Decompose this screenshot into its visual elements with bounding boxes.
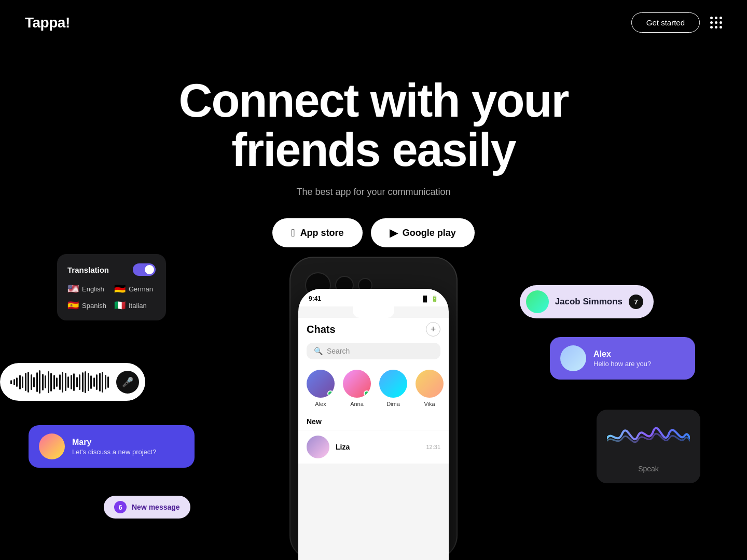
translation-title: Translation — [67, 265, 109, 274]
story-name-alex: Alex — [315, 401, 326, 407]
search-container: 🔍 Search — [298, 343, 449, 366]
wave-bar — [27, 372, 29, 393]
jacob-name: Jacob Simmons — [555, 297, 622, 307]
wave-bar — [45, 375, 46, 388]
alex-message-card[interactable]: Alex Hello how are you? — [550, 337, 695, 380]
wave-bar — [65, 373, 66, 391]
wave-bar — [13, 379, 15, 385]
phone-screen: 9:41 ▐▌ 🔋 Chats + 🔍 Search — [298, 289, 449, 560]
mary-name: Mary — [72, 438, 156, 447]
alex-name: Alex — [593, 349, 651, 359]
wave-bar — [31, 374, 32, 390]
story-item-alex[interactable]: Alex — [307, 370, 335, 407]
new-message-label: New message — [132, 503, 180, 511]
jacob-simmons-card[interactable]: Jacob Simmons 7 — [520, 285, 654, 318]
grid-dot — [715, 17, 717, 19]
story-name-vika: Vika — [424, 401, 435, 407]
wave-bar — [33, 377, 35, 387]
voice-waveform-card: 🎤 — [0, 363, 145, 401]
lang-spanish: 🇪🇸 Spanish — [67, 300, 109, 311]
translation-header: Translation — [67, 263, 156, 276]
mary-message-card[interactable]: Mary Let's discuss a new project? — [29, 425, 195, 468]
translation-toggle[interactable] — [133, 263, 156, 276]
online-indicator — [364, 390, 370, 397]
speak-waveform — [607, 420, 690, 456]
status-time: 9:41 — [309, 295, 321, 302]
wave-bar — [71, 375, 72, 389]
wave-bar — [88, 373, 89, 391]
microphone-icon: 🎤 — [122, 376, 133, 388]
wave-bar — [16, 377, 18, 387]
wave-bar — [19, 375, 21, 389]
logo: Tappa! — [25, 15, 70, 31]
wave-bar — [50, 373, 52, 391]
app-store-button[interactable]:  App store — [272, 218, 362, 247]
wave-bar — [62, 372, 63, 393]
grid-dot — [710, 26, 713, 29]
new-message-badge[interactable]: 6 New message — [104, 496, 190, 519]
toggle-thumb — [145, 265, 154, 274]
chats-header: Chats + — [298, 318, 449, 343]
wave-bar — [82, 372, 84, 392]
alex-message-content: Alex Hello how are you? — [593, 349, 651, 368]
story-avatar-alex — [307, 370, 335, 398]
wave-bar — [85, 371, 86, 393]
wave-bar — [102, 372, 103, 393]
lang-name-german: German — [129, 285, 153, 293]
story-item-anna[interactable]: Anna — [343, 370, 371, 407]
menu-grid-icon[interactable] — [710, 17, 722, 29]
wave-bar — [93, 377, 95, 387]
signal-icon: ▐▌ — [421, 296, 429, 302]
phone-notch — [353, 306, 394, 318]
wave-bar — [99, 373, 101, 391]
waveform — [10, 370, 109, 394]
story-item-vika[interactable]: Vika — [416, 370, 444, 407]
flag-de: 🇩🇪 — [114, 283, 126, 295]
flag-it: 🇮🇹 — [114, 300, 126, 311]
language-grid: 🇺🇸 English 🇩🇪 German 🇪🇸 Spanish 🇮🇹 Itali… — [67, 283, 156, 311]
section-new: New — [298, 415, 449, 430]
wave-bar — [56, 377, 58, 387]
google-play-button[interactable]: ▶ Google play — [371, 218, 475, 247]
wave-bar — [39, 370, 40, 394]
lang-italian: 🇮🇹 Italian — [114, 300, 156, 311]
get-started-button[interactable]: Get started — [631, 12, 700, 33]
alex-avatar — [560, 345, 586, 371]
online-indicator — [327, 390, 334, 397]
flag-es: 🇪🇸 — [67, 300, 79, 311]
wave-bar — [22, 376, 23, 388]
play-icon: ▶ — [390, 227, 397, 239]
wave-bar — [96, 374, 98, 390]
new-chat-button[interactable]: + — [426, 322, 440, 337]
chats-title: Chats — [307, 324, 336, 335]
header-right: Get started — [631, 12, 722, 33]
new-message-count: 6 — [114, 501, 127, 513]
lang-name-spanish: Spanish — [82, 302, 106, 310]
mary-message-text: Let's discuss a new project? — [72, 448, 156, 456]
wave-bar — [79, 374, 80, 390]
apple-icon:  — [291, 227, 295, 239]
flag-us: 🇺🇸 — [67, 283, 79, 295]
battery-icon: 🔋 — [431, 296, 438, 302]
alex-message-text: Hello how are you? — [593, 360, 651, 368]
story-avatar-anna — [343, 370, 371, 398]
chat-name-liza: Liza — [336, 443, 420, 451]
grid-dot — [720, 17, 722, 19]
speak-label: Speak — [638, 465, 659, 473]
chat-item-liza[interactable]: Liza 12:31 — [298, 430, 449, 464]
status-icons: ▐▌ 🔋 — [421, 296, 438, 302]
chat-info-liza: Liza — [336, 443, 420, 451]
wave-bar — [42, 374, 44, 390]
mary-avatar — [39, 433, 65, 459]
search-bar[interactable]: 🔍 Search — [307, 343, 440, 359]
microphone-button[interactable]: 🎤 — [116, 371, 139, 394]
story-item-dima[interactable]: Dima — [379, 370, 407, 407]
story-row: Alex Anna Dima Vika — [298, 366, 449, 415]
hero-section: Connect with your friends easily The bes… — [0, 45, 747, 247]
grid-dot — [710, 21, 713, 24]
wave-bar — [90, 375, 92, 389]
lang-name-english: English — [82, 285, 104, 293]
story-avatar-vika — [416, 370, 444, 398]
story-avatar-dima — [379, 370, 407, 398]
wave-bar — [67, 376, 69, 388]
